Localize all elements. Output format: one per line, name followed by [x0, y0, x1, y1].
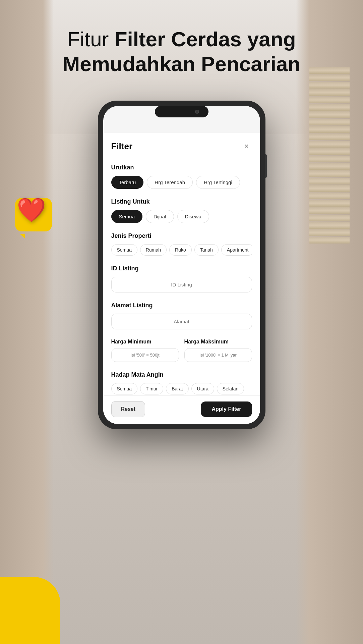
- headline-part2: Memudahkan Pencarian: [63, 52, 301, 75]
- phone-frame: Filter × Urutkan Terbaru Hrg Terendah Hr…: [98, 101, 265, 429]
- chips-urutkan: Terbaru Hrg Terendah Hrg Tertinggi: [111, 176, 252, 189]
- filter-header: Filter ×: [103, 133, 260, 157]
- price-row: Harga Minimum Harga Maksimum: [111, 339, 252, 362]
- harga-min-input[interactable]: [111, 348, 179, 362]
- phone-screen: Filter × Urutkan Terbaru Hrg Terendah Hr…: [103, 106, 260, 424]
- harga-max-input[interactable]: [184, 348, 252, 362]
- chip-rumah[interactable]: Rumah: [140, 244, 167, 256]
- headline-part1: Fitur: [67, 28, 114, 51]
- yellow-corner-decoration: [0, 577, 60, 644]
- chip-timur[interactable]: Timur: [140, 383, 163, 394]
- section-alamat-listing-label: Alamat Listing: [111, 302, 252, 309]
- chips-jenis-properti: Semua Rumah Ruko Tanah Apartment: [111, 244, 252, 256]
- headline-text: Fitur Filter Cerdas yang Memudahkan Penc…: [27, 27, 336, 77]
- section-urutkan: Urutkan Terbaru Hrg Terendah Hrg Terting…: [111, 157, 252, 192]
- curtain-left: [0, 0, 54, 644]
- filter-title: Filter: [111, 141, 133, 152]
- chip-utara[interactable]: Utara: [191, 383, 214, 394]
- filter-body: Urutkan Terbaru Hrg Terendah Hrg Terting…: [103, 157, 260, 397]
- close-button[interactable]: ×: [241, 141, 252, 152]
- filter-footer: Reset Apply Filter: [103, 395, 260, 424]
- chip-dijual[interactable]: Dijual: [146, 210, 174, 223]
- reset-button[interactable]: Reset: [111, 401, 145, 417]
- phone-side-button: [265, 154, 267, 178]
- alamat-listing-input[interactable]: [111, 314, 252, 329]
- section-jenis-properti: Jenis Properti Semua Rumah Ruko Tanah Ap…: [111, 226, 252, 258]
- chips-listing-untuk: Semua Dijual Disewa: [111, 210, 252, 223]
- price-min-col: Harga Minimum: [111, 339, 179, 362]
- section-listing-untuk: Listing Untuk Semua Dijual Disewa: [111, 192, 252, 226]
- section-jenis-properti-label: Jenis Properti: [111, 232, 252, 239]
- chip-semua-properti[interactable]: Semua: [111, 244, 137, 256]
- section-urutkan-label: Urutkan: [111, 164, 252, 171]
- section-hadap-mata-angin: Hadap Mata Angin Semua Timur Barat Utara…: [111, 365, 252, 397]
- phone-camera: [195, 110, 199, 114]
- apply-filter-button[interactable]: Apply Filter: [201, 401, 252, 417]
- section-listing-untuk-label: Listing Untuk: [111, 198, 252, 205]
- chips-hadap-mata-angin: Semua Timur Barat Utara Selatan: [111, 383, 252, 394]
- price-min-label: Harga Minimum: [111, 339, 179, 345]
- section-alamat-listing: Alamat Listing: [111, 295, 252, 332]
- chip-semua-listing[interactable]: Semua: [111, 210, 143, 223]
- heart-decoration: ❤️: [13, 195, 54, 235]
- section-hadap-mata-angin-label: Hadap Mata Angin: [111, 371, 252, 378]
- chip-barat[interactable]: Barat: [166, 383, 188, 394]
- section-id-listing: ID Listing: [111, 258, 252, 295]
- blinds-right: [309, 67, 350, 268]
- filter-modal: Filter × Urutkan Terbaru Hrg Terendah Hr…: [103, 133, 260, 424]
- phone-notch: [155, 106, 208, 117]
- heart-icon: ❤️: [17, 196, 46, 224]
- price-max-label: Harga Maksimum: [184, 339, 252, 345]
- chip-disewa[interactable]: Disewa: [177, 210, 209, 223]
- chip-terbaru[interactable]: Terbaru: [111, 176, 144, 189]
- chip-ruko[interactable]: Ruko: [169, 244, 192, 256]
- chip-tanah[interactable]: Tanah: [194, 244, 219, 256]
- price-max-col: Harga Maksimum: [184, 339, 252, 362]
- id-listing-input[interactable]: [111, 277, 252, 292]
- chip-hrg-tertinggi[interactable]: Hrg Tertinggi: [196, 176, 240, 189]
- phone-mockup: Filter × Urutkan Terbaru Hrg Terendah Hr…: [98, 101, 265, 604]
- chip-apartment[interactable]: Apartment: [221, 244, 252, 256]
- chip-hrg-terendah[interactable]: Hrg Terendah: [147, 176, 193, 189]
- headline-section: Fitur Filter Cerdas yang Memudahkan Penc…: [0, 27, 363, 77]
- bubble-tail: [20, 234, 25, 239]
- headline-part1-bold: Filter Cerdas yang: [115, 28, 296, 51]
- chip-selatan[interactable]: Selatan: [217, 383, 244, 394]
- section-id-listing-label: ID Listing: [111, 265, 252, 272]
- chip-semua-hadap[interactable]: Semua: [111, 383, 137, 394]
- section-harga: Harga Minimum Harga Maksimum: [111, 332, 252, 365]
